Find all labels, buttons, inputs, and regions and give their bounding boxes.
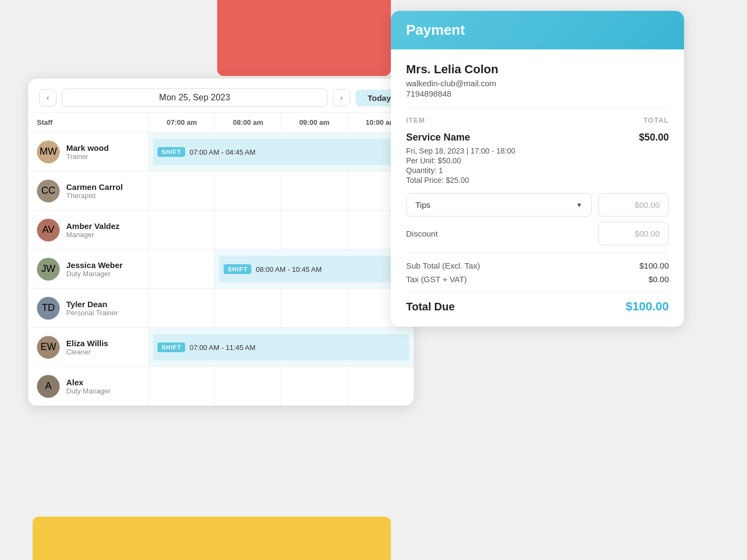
divider-1: [406, 108, 669, 109]
tax-label: Tax (GST + VAT): [406, 275, 467, 284]
staff-role: Duty Manager: [66, 387, 111, 395]
staff-cell-1: CC Carmen Carrol Therapist: [28, 171, 149, 211]
col-9am: 09:00 am: [281, 113, 347, 132]
staff-name: Alex: [66, 378, 111, 387]
shift-label: SHIFT: [157, 147, 185, 157]
shift-time: 07:00 AM - 04:45 AM: [189, 148, 255, 156]
divider-3: [406, 291, 669, 292]
schedule-header: ‹ Mon 25, Sep 2023 › Today: [28, 79, 414, 113]
tips-dropdown[interactable]: Tips ▼: [406, 193, 592, 217]
discount-amount[interactable]: $00.00: [598, 222, 669, 245]
staff-name: Eliza Willis: [66, 339, 108, 348]
service-total-price: Total Price: $25.00: [406, 176, 669, 184]
schedule-panel: ‹ Mon 25, Sep 2023 › Today Staff 07:00 a…: [28, 79, 414, 406]
client-name: Mrs. Lelia Colon: [406, 62, 669, 77]
schedule-table: Staff 07:00 am 08:00 am 09:00 am 10:00 a…: [28, 113, 414, 406]
staff-info: Mark wood Trainer: [66, 143, 109, 161]
time-cell-2-2: [215, 211, 281, 250]
staff-cell-0: MW Mark wood Trainer: [28, 132, 149, 171]
table-row: TD Tyler Dean Personal Trainer: [28, 289, 414, 328]
time-cell-2-1: [149, 211, 215, 250]
avatar: CC: [37, 180, 60, 202]
staff-role: Duty Manager: [66, 270, 123, 278]
staff-role: Therapist: [66, 192, 123, 200]
time-cell-1-1: [149, 171, 215, 211]
table-row: EW Eliza Willis Cleaner SHIFT 07:00 AM -…: [28, 328, 414, 367]
staff-role: Cleaner: [66, 348, 108, 356]
time-cell-6-3: [281, 367, 347, 406]
staff-role: Trainer: [66, 152, 109, 161]
time-cell-2-3: [281, 211, 347, 250]
subtotal-label: Sub Total (Excl. Tax): [406, 261, 480, 270]
service-row: Service Name $50.00: [406, 132, 669, 143]
staff-info: Eliza Willis Cleaner: [66, 339, 108, 356]
subtotal-row: Sub Total (Excl. Tax) $100.00: [406, 261, 669, 270]
time-cell-0-1: SHIFT 07:00 AM - 04:45 AM: [149, 132, 414, 171]
shift-label: SHIFT: [157, 342, 185, 352]
time-cell-6-2: [215, 367, 281, 406]
client-email: walkedin-club@mail.com: [406, 79, 669, 88]
discount-label: Discount: [406, 229, 438, 238]
shift-bar: SHIFT 07:00 AM - 04:45 AM: [153, 139, 409, 165]
date-display: Mon 25, Sep 2023: [62, 88, 327, 107]
service-per-unit: Per Unit: $50.00: [406, 156, 669, 165]
shift-bar: SHIFT 08:00 AM - 10:45 AM: [219, 256, 409, 282]
discount-row: Discount $00.00: [406, 222, 669, 245]
staff-cell-6: A Alex Duty Manager: [28, 367, 149, 406]
staff-info: Tyler Dean Personal Trainer: [66, 300, 118, 317]
staff-name: Mark wood: [66, 143, 109, 152]
service-price: $50.00: [639, 132, 669, 143]
time-cell-4-3: [281, 289, 347, 328]
avatar: EW: [37, 336, 60, 359]
time-cell-1-3: [281, 171, 347, 211]
avatar: AV: [37, 219, 60, 241]
time-cell-6-4: [347, 367, 414, 406]
table-row: MW Mark wood Trainer SHIFT 07:00 AM - 04…: [28, 132, 414, 171]
staff-cell-3: JW Jessica Weber Duty Manager: [28, 250, 149, 289]
next-date-button[interactable]: ›: [333, 89, 350, 106]
tips-label: Tips: [415, 200, 431, 209]
table-row: CC Carmen Carrol Therapist: [28, 171, 414, 211]
table-row: AV Amber Valdez Manager: [28, 211, 414, 250]
staff-cell-2: AV Amber Valdez Manager: [28, 211, 149, 250]
table-row: JW Jessica Weber Duty Manager SHIFT 08:0…: [28, 250, 414, 289]
service-quantity: Quantity: 1: [406, 166, 669, 175]
shift-time: 08:00 AM - 10:45 AM: [256, 265, 321, 273]
subtotal-value: $100.00: [640, 261, 669, 270]
avatar: TD: [37, 297, 60, 320]
avatar: MW: [37, 141, 60, 163]
staff-name: Tyler Dean: [66, 300, 118, 309]
chevron-down-icon: ▼: [576, 201, 583, 209]
staff-cell-5: EW Eliza Willis Cleaner: [28, 328, 149, 367]
staff-cell-4: TD Tyler Dean Personal Trainer: [28, 289, 149, 328]
item-col-label: ITEM: [406, 116, 425, 124]
time-cell-4-2: [215, 289, 281, 328]
shift-bar: SHIFT 07:00 AM - 11:45 AM: [153, 334, 409, 360]
bg-decoration-red: [217, 0, 391, 76]
staff-name: Carmen Carrol: [66, 182, 123, 192]
payment-panel: Payment Mrs. Lelia Colon walkedin-club@m…: [391, 11, 684, 327]
staff-info: Alex Duty Manager: [66, 378, 111, 395]
time-cell-5-1: SHIFT 07:00 AM - 11:45 AM: [149, 328, 414, 367]
col-7am: 07:00 am: [149, 113, 215, 132]
total-due-label: Total Due: [406, 301, 455, 313]
staff-info: Jessica Weber Duty Manager: [66, 260, 123, 278]
time-cell-3-2: SHIFT 08:00 AM - 10:45 AM: [215, 250, 414, 289]
client-phone: 7194898848: [406, 89, 669, 98]
tax-value: $0.00: [648, 275, 669, 284]
payment-title: Payment: [406, 22, 669, 39]
time-cell-3-1: [149, 250, 215, 289]
avatar: A: [37, 375, 60, 398]
service-date: Fri, Sep 18, 2023 | 17:00 - 18:00: [406, 147, 669, 155]
payment-body: Mrs. Lelia Colon walkedin-club@mail.com …: [391, 49, 684, 327]
staff-name: Jessica Weber: [66, 260, 123, 270]
bg-decoration-yellow: [33, 517, 391, 560]
tips-amount[interactable]: $00.00: [598, 193, 669, 217]
tips-row: Tips ▼ $00.00: [406, 193, 669, 217]
time-cell-6-1: [149, 367, 215, 406]
shift-time: 07:00 AM - 11:45 AM: [189, 343, 255, 352]
total-row: Total Due $100.00: [406, 300, 669, 314]
service-name: Service Name: [406, 132, 470, 143]
col-staff: Staff: [28, 113, 149, 132]
prev-date-button[interactable]: ‹: [39, 89, 56, 106]
